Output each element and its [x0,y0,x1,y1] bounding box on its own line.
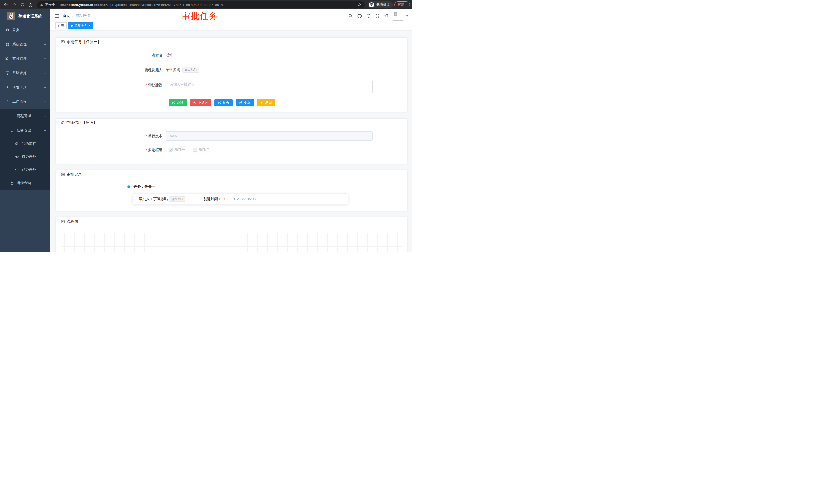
edit-icon [239,101,242,104]
avatar-dropdown-caret-icon[interactable]: ▼ [406,15,408,17]
sidebar-item-leave-query[interactable]: 请假查询 [0,176,50,190]
forward-icon[interactable] [11,2,17,8]
card-title: 审批记录 [67,172,82,177]
browser-menu-icon[interactable] [406,3,407,7]
field-label: 流程发起人 [62,65,165,75]
field-label: 流程名 [62,51,165,60]
approval-actions-row: 通过 不通过 转办 委派 [169,99,401,106]
warning-icon [40,3,44,7]
chevron-up-icon [44,129,47,132]
chevron-up-icon [44,100,47,103]
task-title: 任务：任务一 [134,184,155,189]
tab-home[interactable]: 首页 [55,22,67,29]
field-value: 芋道源码 [165,65,180,75]
edit-icon [172,101,175,104]
home-icon[interactable] [27,2,34,8]
sidebar-item-task-management[interactable]: 任务管理 [0,123,50,138]
document-icon [61,121,65,125]
help-icon[interactable] [366,14,371,18]
url-text: dashboard.yudao.iocoder.cn/bpm/process-i… [61,3,355,7]
checkbox-label: 选项二 [199,148,210,152]
card-title: 流程图 [67,219,78,224]
user-icon [10,181,14,185]
approver-name: 芋道源码 [153,197,167,201]
card-title: 审批任务【任务一】 [67,39,101,44]
list-icon [10,114,14,118]
monitor-icon [5,71,10,75]
undo-icon [260,101,264,104]
sidebar-item-dev-tools[interactable]: 研发工具 [0,80,50,94]
circle-close-icon [193,101,197,104]
bookmark-star-icon[interactable] [357,3,362,7]
dept-tag: 研发部门 [182,67,199,73]
sidebar-item-process-management[interactable]: 流程管理 [0,109,50,123]
bpmn-canvas [61,233,402,252]
gear-icon [5,42,10,47]
sidebar-item-home[interactable]: 首页 [0,23,50,37]
sidebar-item-infrastructure[interactable]: 基础设施 [0,66,50,80]
search-icon[interactable] [348,14,353,18]
approve-button[interactable]: 通过 [169,99,187,106]
transfer-button[interactable]: 转办 [214,99,233,106]
tree-icon [10,128,14,133]
security-label: 不安全 [45,3,55,7]
timeline-task: 任务：任务一 [127,184,401,189]
required-asterisk: * [146,148,147,152]
security-chip[interactable]: 不安全 [40,3,55,7]
app-title: 芋道管理系统 [18,14,42,19]
github-icon[interactable] [357,14,362,18]
chevron-down-icon [44,72,47,75]
sidebar-item-todo-tasks[interactable]: 待办任务 [0,150,50,163]
face-icon [15,142,19,146]
sidebar-item-system[interactable]: 系统管理 [0,37,50,52]
dept-tag: 研发部门 [169,196,185,201]
main-content: 审批任务【任务一】 流程名 滔博 流程发起人 芋道源码 研发部门 [50,30,412,252]
chevron-down-icon [44,86,47,89]
breadcrumb-home[interactable]: 首页 [63,14,70,18]
field-label: *单行文本 [62,132,165,141]
browser-toolbar: 不安全 dashboard.yudao.iocoder.cn/bpm/proce… [0,0,412,9]
approval-records-card-header: 审批记录 [56,170,407,179]
checkbox-group-row: *多选框组 选项一 选项二 [62,146,401,153]
approval-comment-textarea[interactable] [165,80,373,93]
application-info-card: 申请信息【滔博】 *单行文本 *多选框组 选项一 选项二 [56,118,407,164]
clock-icon [127,185,131,189]
toolbox-icon [5,85,10,90]
process-diagram-card: 流程图 [56,217,407,252]
close-tab-icon[interactable]: × [89,24,90,27]
sidebar-item-my-processes[interactable]: 我的流程 [0,138,50,150]
briefcase-icon [5,99,10,104]
field-label: *多选框组 [62,146,165,153]
approval-task-card-header: 审批任务【任务一】 [56,37,407,47]
delegate-button[interactable]: 委派 [236,99,254,106]
checkbox-option-1 [169,148,173,152]
return-button[interactable]: 退回 [257,99,275,106]
update-button[interactable]: 更新 [394,1,410,8]
required-asterisk: * [146,83,147,87]
workflow-submenu: 流程管理 任务管理 我的流程 待办任务 已办任务 请假 [0,109,50,190]
picture-icon [61,220,65,224]
fullscreen-icon[interactable] [375,14,380,18]
reload-icon[interactable] [19,2,26,8]
field-label: *审批建议 [62,80,165,88]
back-icon[interactable] [3,2,9,8]
font-size-icon[interactable]: TT [384,14,388,18]
address-bar[interactable]: 不安全 dashboard.yudao.iocoder.cn/bpm/proce… [37,1,365,8]
broken-image-icon [394,12,398,16]
sidebar-item-done-tasks[interactable]: 已办任务 [0,163,50,176]
approval-task-card: 审批任务【任务一】 流程名 滔博 流程发起人 芋道源码 研发部门 [56,37,407,112]
dashboard-icon [5,28,10,32]
tab-process-detail[interactable]: 流程详情 × [68,22,93,29]
breadcrumb-separator: / [72,14,73,18]
approval-comment-row: *审批建议 [62,80,401,93]
picture-icon [61,40,65,44]
required-asterisk: * [146,134,147,138]
sidebar-item-payment[interactable]: ¥ 支付管理 [0,52,50,66]
sidebar-toggle[interactable] [54,14,59,18]
process-diagram-card-header: 流程图 [56,218,407,226]
application-info-card-header: 申请信息【滔博】 [56,118,407,127]
avatar[interactable] [393,11,403,21]
reject-button[interactable]: 不通过 [190,99,211,106]
sidebar-item-workflow[interactable]: 工作流程 [0,94,50,109]
picture-icon [61,173,65,176]
